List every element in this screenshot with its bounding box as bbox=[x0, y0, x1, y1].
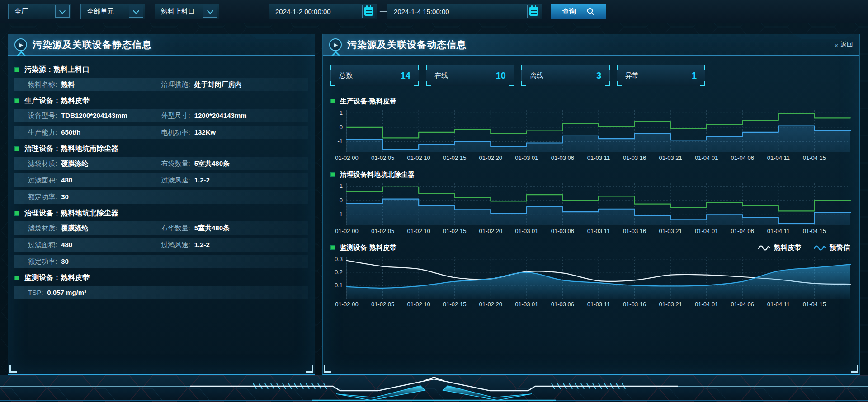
x-tick-label: 01-03 16 bbox=[623, 154, 646, 161]
x-tick-label: 01-03 06 bbox=[551, 228, 574, 234]
chart-title: 治理设备料地坑北除尘器 bbox=[340, 170, 415, 179]
stat-box: 离线3 bbox=[521, 65, 610, 86]
field-value: 650t/h bbox=[61, 126, 80, 139]
green-square-icon bbox=[14, 98, 19, 103]
x-tick-label: 01-02 15 bbox=[443, 154, 466, 161]
unit-select[interactable]: 全部单元 bbox=[80, 4, 145, 19]
x-tick-label: 01-03 11 bbox=[587, 301, 610, 308]
end-datetime-input[interactable]: 2024-1-4 15:00:00 bbox=[387, 4, 542, 19]
header-notch-decoration bbox=[249, 34, 308, 39]
info-cell: 设备型号:TDB1200*204143mm bbox=[28, 109, 161, 122]
x-tick-label: 01-03 21 bbox=[659, 228, 682, 234]
x-tick-label: 01-02 00 bbox=[335, 301, 358, 308]
info-cell: 额定功率:30 bbox=[28, 190, 161, 204]
x-tick-label: 01-04 15 bbox=[803, 301, 826, 308]
legend-item[interactable]: 熟料皮带 bbox=[758, 243, 801, 252]
field-value: 480 bbox=[61, 173, 72, 187]
field-label: 治理措施: bbox=[161, 78, 190, 91]
static-panel-header: ▶ 污染源及关联设备静态信息 bbox=[8, 34, 315, 56]
stat-box: 异常1 bbox=[617, 65, 705, 86]
x-tick-label: 01-03 01 bbox=[515, 228, 538, 234]
stat-label: 在线 bbox=[434, 71, 448, 80]
field-label: 过鸿风速: bbox=[161, 238, 190, 252]
section-heading: 污染源：熟料上料口 bbox=[14, 65, 308, 75]
section-heading: 监测设备：熟料皮带 bbox=[14, 273, 308, 283]
chevron-down-icon[interactable] bbox=[55, 5, 70, 18]
chart-block: 监测设备-熟料皮带熟料皮带预警信0.30.20.101-02 0001-02 0… bbox=[330, 242, 852, 309]
field-value: 5室共480条 bbox=[194, 157, 230, 170]
field-value: 30 bbox=[61, 190, 69, 204]
info-cell: TSP:0.057 mg/m³ bbox=[28, 286, 161, 299]
green-square-icon bbox=[330, 245, 335, 250]
x-tick-label: 01-03 16 bbox=[623, 301, 646, 308]
calendar-icon bbox=[364, 7, 373, 16]
info-row: 过滤面积:480过鸿风速:1.2-2 bbox=[14, 238, 308, 252]
chart-block: 治理设备料地坑北除尘器10-101-02 0001-02 0501-02 100… bbox=[330, 168, 852, 235]
chart-plot: 10-101-02 0001-02 0501-02 1001-02 1501-0… bbox=[330, 181, 854, 235]
x-tick-label: 01-03 01 bbox=[515, 301, 538, 308]
section-heading-text: 监测设备：熟料皮带 bbox=[24, 273, 90, 283]
end-datetime-value: 2024-1-4 15:00:00 bbox=[394, 8, 449, 15]
info-cell: 布华数量:5室共480条 bbox=[161, 221, 295, 235]
stat-label: 离线 bbox=[530, 71, 543, 80]
info-cell: 治理措施:处于封闭厂房内 bbox=[161, 78, 295, 91]
x-tick-label: 01-02 20 bbox=[479, 154, 502, 161]
footer-tech-lines bbox=[0, 375, 868, 402]
stat-box: 在线10 bbox=[426, 65, 514, 86]
info-row: 滤袋材质:覆膜涤纶布袋数量:5室共480条 bbox=[14, 157, 308, 170]
info-cell: 额定功率:30 bbox=[28, 255, 161, 268]
y-tick-label: 1 bbox=[340, 109, 343, 116]
section-heading: 治理设备：熟料地坑北除尘器 bbox=[14, 209, 308, 218]
stat-value: 1 bbox=[692, 70, 697, 81]
green-square-icon bbox=[14, 67, 19, 72]
device-stats-row: 总数14在线10离线3异常1 bbox=[330, 65, 852, 86]
x-tick-label: 01-04 06 bbox=[731, 301, 754, 308]
x-tick-label: 01-04 15 bbox=[803, 154, 826, 161]
calendar-button[interactable] bbox=[527, 5, 540, 18]
chart-plot: 0.30.20.101-02 0001-02 0501-02 1001-02 1… bbox=[330, 254, 854, 309]
line-legend-icon bbox=[758, 244, 770, 251]
chevron-down-icon[interactable] bbox=[129, 5, 143, 18]
info-cell: 过滤面积:480 bbox=[28, 238, 161, 252]
field-label: 外型尺寸: bbox=[161, 109, 190, 122]
chevron-down-icon[interactable] bbox=[203, 5, 217, 18]
corner-accent bbox=[306, 365, 313, 373]
source-select[interactable]: 熟料上料口 bbox=[155, 4, 219, 19]
y-tick-label: 1 bbox=[340, 182, 343, 189]
back-arrows-icon: « bbox=[835, 41, 837, 49]
legend-item[interactable]: 预警信 bbox=[814, 243, 850, 252]
x-tick-label: 01-02 20 bbox=[479, 301, 502, 308]
calendar-button[interactable] bbox=[362, 5, 375, 18]
start-datetime-value: 2024-1-2 00:00:00 bbox=[275, 8, 331, 15]
field-label: 物料名称: bbox=[28, 78, 57, 91]
play-circle-icon: ▶ bbox=[14, 38, 27, 51]
date-range-separator: — bbox=[380, 0, 387, 23]
corner-accent bbox=[324, 365, 331, 373]
x-tick-label: 01-02 20 bbox=[479, 228, 502, 234]
dynamic-content: 总数14在线10离线3异常1 生产设备-熟料皮带10-101-02 0001-0… bbox=[323, 65, 859, 309]
x-tick-label: 01-04 01 bbox=[695, 301, 718, 308]
plant-select[interactable]: 全厂 bbox=[8, 4, 71, 19]
green-square-icon bbox=[330, 172, 335, 177]
x-tick-label: 01-02 05 bbox=[371, 228, 394, 234]
green-square-icon bbox=[14, 211, 19, 216]
charts-container: 生产设备-熟料皮带10-101-02 0001-02 0501-02 1001-… bbox=[330, 95, 852, 309]
x-tick-label: 01-03 11 bbox=[587, 154, 610, 161]
x-tick-label: 01-04 11 bbox=[767, 228, 790, 234]
section-heading-text: 污染源：熟料上料口 bbox=[24, 65, 90, 75]
legend-label: 预警信 bbox=[830, 243, 850, 252]
back-button[interactable]: « 返回 bbox=[835, 41, 853, 49]
start-datetime-input[interactable]: 2024-1-2 00:00:00 bbox=[269, 4, 377, 19]
static-info-list: 污染源：熟料上料口物料名称:熟料治理措施:处于封闭厂房内生产设备：熟料皮带设备型… bbox=[8, 56, 315, 299]
y-tick-label: 0.1 bbox=[335, 282, 343, 289]
green-square-icon bbox=[14, 276, 19, 280]
chart-block: 生产设备-熟料皮带10-101-02 0001-02 0501-02 1001-… bbox=[330, 95, 852, 162]
query-button[interactable]: 查询 bbox=[551, 4, 606, 19]
field-label: TSP: bbox=[28, 286, 43, 299]
field-value: TDB1200*204143mm bbox=[61, 109, 127, 122]
field-value: 480 bbox=[61, 238, 72, 252]
corner-accent bbox=[9, 365, 17, 373]
field-label: 设备型号: bbox=[28, 109, 57, 122]
info-row: 额定功率:30 bbox=[14, 255, 308, 268]
x-tick-label: 01-03 11 bbox=[587, 228, 610, 234]
